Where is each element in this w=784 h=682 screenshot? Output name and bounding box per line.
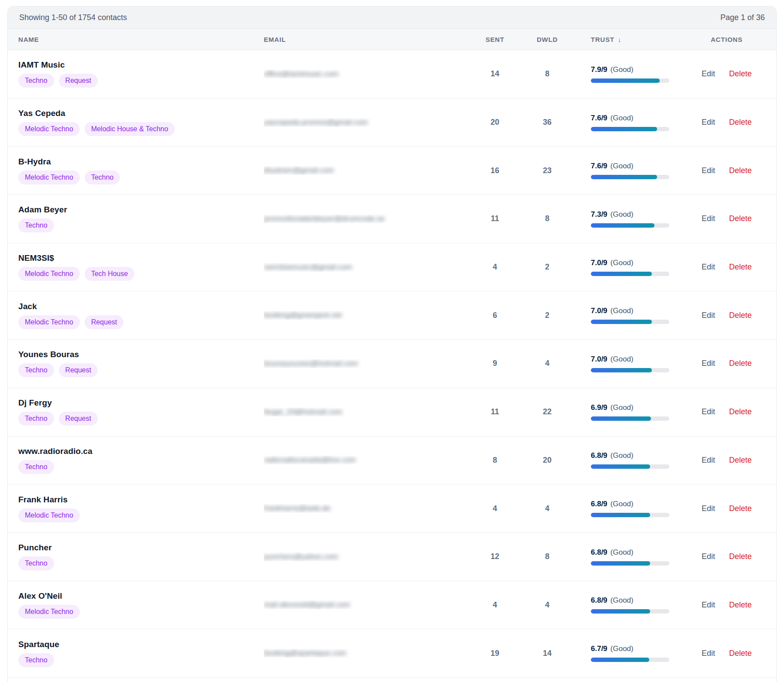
trust-bar-track <box>591 416 669 421</box>
trust-bar-fill <box>591 272 652 276</box>
delete-button[interactable]: Delete <box>729 552 752 561</box>
column-header-dwld[interactable]: DWLD <box>521 36 573 43</box>
trust-cell: 6.8/9(Good) <box>573 596 688 614</box>
dwld-count: 36 <box>521 118 573 127</box>
genre-tag: Melodic House & Techno <box>85 122 175 136</box>
genre-tag: Techno <box>18 653 54 667</box>
genre-tag: Techno <box>85 170 120 184</box>
delete-button[interactable]: Delete <box>729 504 752 513</box>
trust-score: 7.6/9 <box>591 114 607 122</box>
table-row: Adam Beyer Techno promosforadambeyer@dru… <box>8 195 776 243</box>
trust-cell: 7.0/9(Good) <box>573 355 688 372</box>
trust-line: 7.6/9(Good) <box>591 162 688 170</box>
column-header-name[interactable]: NAME <box>18 36 264 43</box>
trust-bar-track <box>591 609 669 614</box>
trust-cell: 7.3/9(Good) <box>573 210 688 228</box>
trust-line: 6.8/9(Good) <box>591 451 688 460</box>
dwld-count: 4 <box>521 504 573 513</box>
table-row: Yas Cepeda Melodic TechnoMelodic House &… <box>8 99 776 147</box>
edit-button[interactable]: Edit <box>702 552 715 561</box>
delete-button[interactable]: Delete <box>729 118 752 127</box>
email-cell: booking@spartaque.com <box>264 649 469 658</box>
email-cell: yascepeda.promos@gmail.com <box>264 118 469 127</box>
trust-bar-track <box>591 464 669 469</box>
sent-count: 20 <box>469 118 521 127</box>
dwld-count: 8 <box>521 69 573 78</box>
delete-button[interactable]: Delete <box>729 263 752 272</box>
edit-button[interactable]: Edit <box>702 504 715 513</box>
delete-button[interactable]: Delete <box>729 311 752 320</box>
contact-email-blurred: promosforadambeyer@drumcode.se <box>264 215 385 223</box>
edit-button[interactable]: Edit <box>702 600 715 610</box>
contact-name: IAMT Music <box>18 60 264 70</box>
trust-bar-track <box>591 223 669 228</box>
dwld-count: 20 <box>521 456 573 465</box>
genre-tag: Request <box>85 315 124 329</box>
name-cell: Puncher Techno <box>18 543 264 570</box>
trust-bar-track <box>591 368 669 372</box>
table-row: NEM3SI$ Melodic TechnoTech House nem3sis… <box>8 243 776 292</box>
table-row: Frank Harris Melodic Techno frankharris@… <box>8 484 776 533</box>
actions-cell: Edit Delete <box>688 504 766 513</box>
table-topbar: Showing 1-50 of 1754 contacts Page 1 of … <box>8 7 776 29</box>
genre-tag: Techno <box>18 412 54 426</box>
table-row: Spartaque Techno booking@spartaque.com 1… <box>8 629 776 678</box>
trust-bar-fill <box>591 513 650 517</box>
trust-label: (Good) <box>610 500 634 508</box>
contact-tags: Melodic TechnoTechno <box>18 170 264 184</box>
delete-button[interactable]: Delete <box>729 600 752 610</box>
name-cell: www.radioradio.ca Techno <box>18 447 264 474</box>
edit-button[interactable]: Edit <box>702 214 715 223</box>
delete-button[interactable]: Delete <box>729 649 752 658</box>
actions-cell: Edit Delete <box>688 649 766 658</box>
genre-tag: Techno <box>18 363 54 377</box>
actions-cell: Edit Delete <box>688 407 766 416</box>
edit-button[interactable]: Edit <box>702 311 715 320</box>
contact-email-blurred: bourasyounes@hotmail.com <box>264 359 358 368</box>
edit-button[interactable]: Edit <box>702 263 715 272</box>
trust-label: (Good) <box>610 548 634 556</box>
edit-button[interactable]: Edit <box>702 407 715 416</box>
email-cell: bourasyounes@hotmail.com <box>264 359 469 368</box>
email-cell: punchers@yahoo.com <box>264 552 469 561</box>
contact-name: B-Hydra <box>18 157 264 167</box>
delete-button[interactable]: Delete <box>729 214 752 223</box>
trust-bar-track <box>591 78 669 83</box>
contact-tags: Melodic Techno <box>18 605 264 619</box>
trust-line: 7.0/9(Good) <box>591 307 688 315</box>
name-cell: Alex O'Neil Melodic Techno <box>18 591 264 619</box>
delete-button[interactable]: Delete <box>729 69 752 78</box>
table-row: Puncher Techno punchers@yahoo.com 12 8 6… <box>8 533 776 581</box>
trust-cell: 7.6/9(Good) <box>573 162 688 179</box>
delete-button[interactable]: Delete <box>729 456 752 465</box>
contact-email-blurred: fergal_23@hotmail.com <box>264 408 342 416</box>
edit-button[interactable]: Edit <box>702 69 715 78</box>
sent-count: 11 <box>469 407 521 416</box>
column-header-trust[interactable]: TRUST↓ <box>573 36 688 43</box>
contact-tags: Techno <box>18 218 264 232</box>
trust-score: 7.9/9 <box>591 65 607 74</box>
column-header-sent[interactable]: SENT <box>469 36 521 43</box>
edit-button[interactable]: Edit <box>702 166 715 175</box>
genre-tag: Techno <box>18 74 54 88</box>
trust-cell: 7.0/9(Good) <box>573 307 688 324</box>
genre-tag: Techno <box>18 460 54 474</box>
delete-button[interactable]: Delete <box>729 166 752 175</box>
delete-button[interactable]: Delete <box>729 359 752 368</box>
trust-score: 6.7/9 <box>591 644 607 653</box>
column-header-email[interactable]: EMAIL <box>264 36 469 43</box>
edit-button[interactable]: Edit <box>702 118 715 127</box>
name-cell: Yas Cepeda Melodic TechnoMelodic House &… <box>18 109 264 136</box>
contact-tags: Techno <box>18 556 264 570</box>
edit-button[interactable]: Edit <box>702 456 715 465</box>
trust-line: 6.7/9(Good) <box>591 644 688 653</box>
trust-bar-fill <box>591 223 654 228</box>
trust-label: (Good) <box>610 644 634 653</box>
actions-cell: Edit Delete <box>688 456 766 465</box>
edit-button[interactable]: Edit <box>702 649 715 658</box>
contact-name: Jack <box>18 302 264 311</box>
edit-button[interactable]: Edit <box>702 359 715 368</box>
sent-count: 14 <box>469 69 521 78</box>
delete-button[interactable]: Delete <box>729 407 752 416</box>
email-cell: radioradiocanada@live.com <box>264 456 469 464</box>
